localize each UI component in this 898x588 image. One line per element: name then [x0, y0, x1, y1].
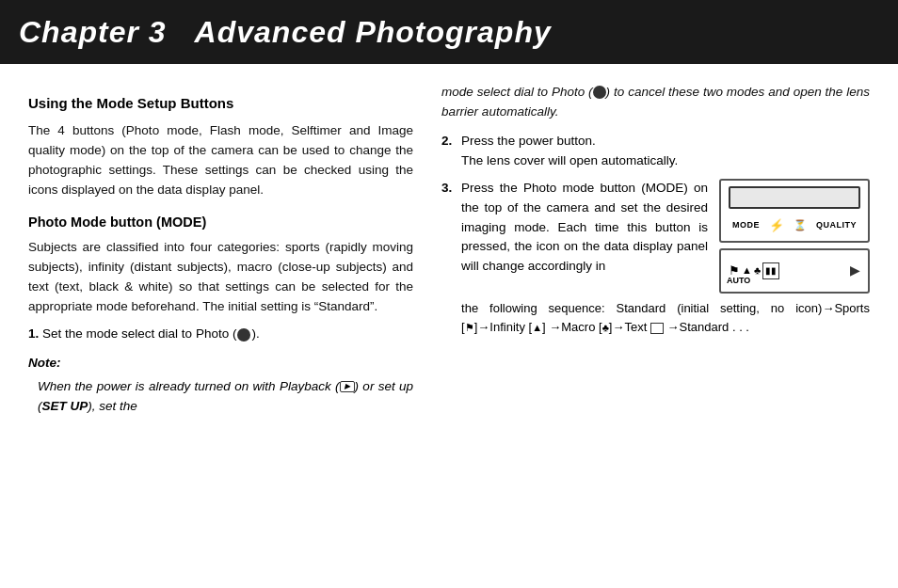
- playback-icon: ▶: [340, 381, 355, 392]
- step3-content: Press the Photo mode button (MODE) on th…: [461, 179, 870, 337]
- step2-label: 2.: [441, 132, 457, 171]
- step2-text: Press the power button. The lens cover w…: [461, 132, 870, 171]
- step3-label: 3.: [441, 179, 457, 337]
- chapter-title: Advanced Photography: [195, 15, 552, 50]
- step3: 3. Press the Photo mode button (MODE) on…: [441, 179, 870, 337]
- note-label: Note:: [28, 354, 413, 373]
- italic-continuation: mode select dial to Photo () to cancel t…: [441, 83, 870, 122]
- step1: 1. Set the mode select dial to Photo ().: [28, 325, 413, 344]
- section2-title: Photo Mode button (MODE): [28, 212, 413, 232]
- note-text: When the power is already turned on with…: [28, 377, 413, 417]
- sequence-text: the following sequence: Standard (initia…: [461, 299, 870, 337]
- text-box-icon: [650, 323, 664, 334]
- section2-body: Subjects are classified into four catego…: [28, 238, 413, 317]
- step1-label: 1.: [28, 326, 39, 341]
- step2: 2. Press the power button. The lens cove…: [441, 132, 870, 171]
- camera-panel-2: ⚑ ▲ ♣ ▮▮ ▶ AUTO: [719, 248, 870, 294]
- mode-label: MODE: [732, 219, 760, 232]
- section1-title: Using the Mode Setup Buttons: [28, 92, 413, 114]
- left-column: Using the Mode Setup Buttons The 4 butto…: [28, 83, 432, 569]
- battery-icon: ▮▮: [762, 262, 779, 279]
- page-header: Chapter 3 Advanced Photography: [0, 0, 898, 64]
- panel-controls-row: MODE ⚡ ⏳ QUALITY: [729, 216, 860, 235]
- chapter-label: Chapter 3: [19, 15, 167, 50]
- flash-icon: ⚡: [769, 216, 784, 235]
- photo-icon-right: [593, 86, 606, 99]
- right-column: mode select dial to Photo () to cancel t…: [432, 83, 870, 569]
- panel2-arrow: ▶: [850, 261, 860, 281]
- camera-panel-1: MODE ⚡ ⏳ QUALITY: [719, 179, 870, 243]
- setup-text: SET UP: [42, 399, 88, 413]
- timer-icon: ⏳: [794, 217, 807, 233]
- step1-text-end: ).: [251, 326, 259, 341]
- lcd-display: [729, 186, 860, 209]
- auto-label: AUTO: [727, 275, 750, 288]
- quality-label: QUALITY: [816, 219, 857, 232]
- photo-icon: [237, 328, 250, 342]
- step3-text: Press the Photo mode button (MODE) on th…: [461, 179, 708, 294]
- flower-icon: ♣: [754, 262, 761, 278]
- section1-body: The 4 buttons (Photo mode, Flash mode, S…: [28, 121, 413, 200]
- camera-diagrams: MODE ⚡ ⏳ QUALITY ⚑ ▲ ♣: [719, 179, 870, 294]
- step1-text: Set the mode select dial to Photo (: [42, 326, 236, 341]
